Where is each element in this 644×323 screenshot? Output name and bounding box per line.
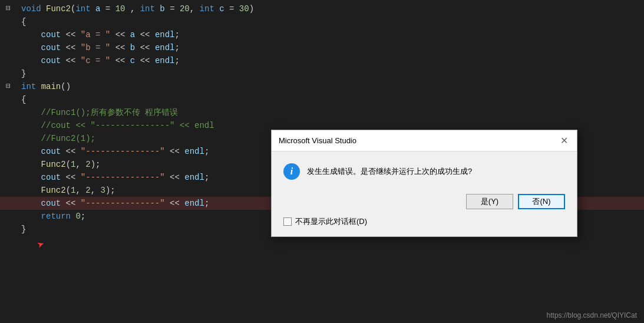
dialog-checkbox-label: 不再显示此对话框(D) (295, 216, 367, 227)
dialog-message: 发生生成错误。是否继续并运行上次的成功生成? (307, 163, 472, 177)
dialog-no-button[interactable]: 否(N) (518, 194, 565, 209)
code-editor: ⊟void Func2(int a = 10 , int b = 20, int… (0, 0, 644, 323)
dialog-checkbox-row: 不再显示此对话框(D) (283, 216, 565, 227)
dialog-titlebar: Microsoft Visual Studio ✕ (272, 130, 577, 151)
dialog-overlay: Microsoft Visual Studio ✕ i 发生生成错误。是否继续并… (0, 0, 644, 323)
dialog-checkbox[interactable] (283, 217, 292, 226)
dialog-buttons: 是(Y) 否(N) (283, 194, 565, 209)
dialog-info-icon: i (283, 163, 300, 180)
dialog-title: Microsoft Visual Studio (279, 136, 356, 145)
dialog-close-button[interactable]: ✕ (558, 135, 570, 147)
dialog-box: Microsoft Visual Studio ✕ i 发生生成错误。是否继续并… (271, 130, 577, 237)
dialog-body: i 发生生成错误。是否继续并运行上次的成功生成? 是(Y) 否(N) 不再显示此… (272, 151, 577, 236)
dialog-message-row: i 发生生成错误。是否继续并运行上次的成功生成? (283, 163, 565, 180)
dialog-yes-button[interactable]: 是(Y) (466, 194, 513, 209)
